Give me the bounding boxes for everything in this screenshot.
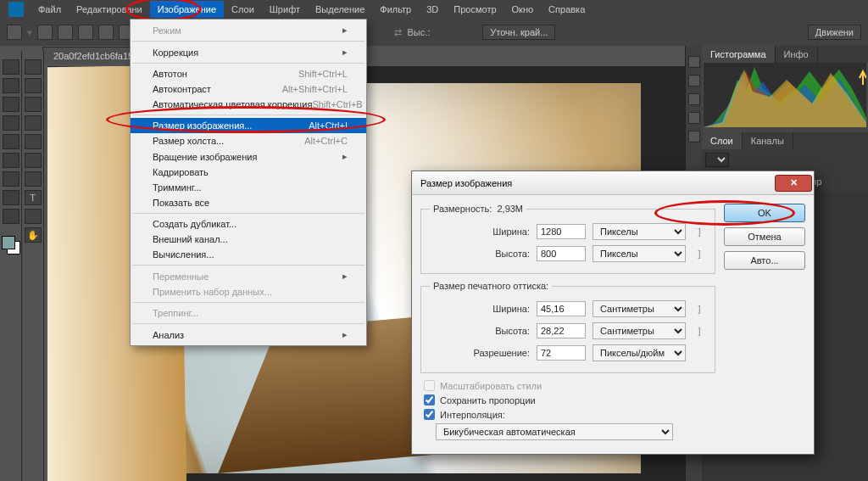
link-icon[interactable]: ] xyxy=(693,227,706,237)
menu-item[interactable]: АвтоконтрастAlt+Shift+Ctrl+L xyxy=(131,81,366,97)
auto-button[interactable]: Авто... xyxy=(724,251,805,270)
histogram-panel-tabs: Гистограмма Инфо xyxy=(702,46,868,63)
rail-icon[interactable] xyxy=(688,93,700,105)
scale-styles-check: Масштабировать стили xyxy=(424,380,712,391)
toolbox-outer: T ✋ xyxy=(22,51,44,481)
rail-icon[interactable] xyxy=(688,75,700,87)
opt-icon[interactable] xyxy=(37,25,53,40)
opt-icon[interactable] xyxy=(98,25,114,40)
menu-item: Треппинг... xyxy=(131,305,366,321)
menu-file[interactable]: Файл xyxy=(31,1,69,18)
app-menubar: Файл Редактировани Изображение Слои Шриф… xyxy=(0,0,868,19)
menu-item[interactable]: Вращение изображения xyxy=(131,148,366,165)
print-height-label: Высота: xyxy=(467,326,530,336)
menu-item[interactable]: Кадрировать xyxy=(131,165,366,180)
pixel-dimensions-group: Размерность: 2,93M Ширина: Пикселы ] Выс… xyxy=(420,204,715,274)
color-swatches[interactable] xyxy=(2,236,20,254)
resolution-input[interactable] xyxy=(537,345,586,361)
print-width-unit[interactable]: Сантиметры xyxy=(593,300,686,317)
menu-item[interactable]: АвтотонShift+Ctrl+L xyxy=(131,66,366,81)
tool-wand-icon[interactable] xyxy=(25,78,42,93)
tool-type-icon[interactable]: T xyxy=(25,190,42,205)
menu-layer[interactable]: Слои xyxy=(224,1,262,18)
menu-item: Режим xyxy=(131,22,366,38)
menu-item[interactable]: Создать дубликат... xyxy=(131,216,366,232)
cancel-button[interactable]: Отмена xyxy=(724,227,805,246)
constrain-proportions-check[interactable]: Сохранить пропорции xyxy=(424,394,712,405)
refine-edge-button[interactable]: Уточн. край... xyxy=(482,25,555,40)
menu-window[interactable]: Окно xyxy=(504,1,542,18)
tool-move-icon[interactable] xyxy=(3,59,19,75)
print-height-input[interactable] xyxy=(537,323,586,338)
ok-button[interactable]: OK xyxy=(724,204,805,222)
pixel-height-label: Высота: xyxy=(467,249,530,259)
tool-zoom-icon[interactable] xyxy=(3,209,19,224)
tool-arrow-icon[interactable] xyxy=(3,190,19,205)
dialog-close-button[interactable]: ✕ xyxy=(775,175,812,192)
menu-item[interactable]: Внешний канал... xyxy=(131,232,366,247)
print-width-label: Ширина: xyxy=(467,304,530,314)
link-icon[interactable]: ] xyxy=(693,249,706,259)
menu-item[interactable]: Показать все xyxy=(131,195,366,210)
rail-icon[interactable] xyxy=(688,131,700,143)
menu-item[interactable]: Автоматическая цветовая коррекцияShift+C… xyxy=(131,97,366,112)
menu-item[interactable]: Размер холста...Alt+Ctrl+C xyxy=(131,133,366,148)
pixel-width-input[interactable] xyxy=(537,224,586,239)
motion-button[interactable]: Движени xyxy=(808,25,861,40)
menu-image[interactable]: Изображение xyxy=(150,1,224,18)
menu-edit[interactable]: Редактировани xyxy=(69,1,150,18)
tool-preset-icon[interactable] xyxy=(7,25,22,40)
tool-eyedropper-icon[interactable] xyxy=(25,97,42,112)
menu-3d[interactable]: 3D xyxy=(419,1,446,18)
dialog-titlebar[interactable]: Размер изображения ✕ xyxy=(412,171,814,195)
menu-item: Переменные xyxy=(131,268,366,284)
interpolation-check[interactable]: Интерполяция: xyxy=(424,409,712,420)
menu-help[interactable]: Справка xyxy=(541,1,593,18)
interpolation-method-select[interactable]: Бикубическая автоматическая xyxy=(436,423,673,440)
menu-item[interactable]: Коррекция xyxy=(131,44,366,60)
menu-item[interactable]: Тримминг... xyxy=(131,180,366,195)
tool-dodge-icon[interactable] xyxy=(25,171,42,187)
foreground-swatch[interactable] xyxy=(2,236,15,249)
tool-lasso-icon[interactable] xyxy=(3,78,19,93)
resolution-unit[interactable]: Пикселы/дюйм xyxy=(593,344,686,361)
dialog-title: Размер изображения xyxy=(420,178,512,188)
print-width-input[interactable] xyxy=(537,301,586,316)
tool-pen-icon[interactable] xyxy=(3,171,19,187)
tab-channels[interactable]: Каналы xyxy=(743,132,793,149)
menu-view[interactable]: Просмотр xyxy=(446,1,504,18)
pixel-height-input[interactable] xyxy=(537,246,586,261)
link-icon[interactable]: ] xyxy=(693,304,706,314)
tab-layers[interactable]: Слои xyxy=(702,132,743,149)
tab-info[interactable]: Инфо xyxy=(776,46,818,63)
rail-icon[interactable] xyxy=(688,112,700,124)
tool-heal-icon[interactable] xyxy=(25,115,42,131)
menu-select[interactable]: Выделение xyxy=(308,1,372,18)
layer-kind-select[interactable] xyxy=(705,153,729,167)
menu-item[interactable]: Размер изображения...Alt+Ctrl+I xyxy=(131,118,366,133)
menu-filter[interactable]: Фильтр xyxy=(372,1,419,18)
tab-histogram[interactable]: Гистограмма xyxy=(702,46,776,63)
tool-eraser-icon[interactable] xyxy=(3,134,19,149)
menu-item[interactable]: Анализ xyxy=(131,327,366,343)
tool-brush-icon[interactable] xyxy=(3,115,19,131)
opt-icon[interactable] xyxy=(78,25,93,40)
tool-blur-icon[interactable] xyxy=(25,153,42,168)
tool-crop-icon[interactable] xyxy=(3,97,19,112)
tool-stamp-icon[interactable] xyxy=(25,134,42,149)
print-height-unit[interactable]: Сантиметры xyxy=(593,322,686,339)
rail-icon[interactable] xyxy=(688,56,700,68)
opt-icon[interactable] xyxy=(58,25,73,40)
pixel-height-unit[interactable]: Пикселы xyxy=(593,245,686,262)
dim-legend: Размерность: xyxy=(433,204,492,214)
tool-marquee-icon[interactable] xyxy=(25,59,42,75)
print-legend: Размер печатного оттиска: xyxy=(430,281,552,291)
tool-shape-icon[interactable] xyxy=(25,209,42,224)
menu-item[interactable]: Вычисления... xyxy=(131,247,366,262)
pixel-width-unit[interactable]: Пикселы xyxy=(593,223,686,240)
pixel-width-label: Ширина: xyxy=(467,227,530,237)
link-icon[interactable]: ] xyxy=(693,326,706,336)
tool-hand-icon[interactable]: ✋ xyxy=(25,227,42,243)
tool-gradient-icon[interactable] xyxy=(3,153,19,168)
menu-type[interactable]: Шрифт xyxy=(262,1,308,18)
